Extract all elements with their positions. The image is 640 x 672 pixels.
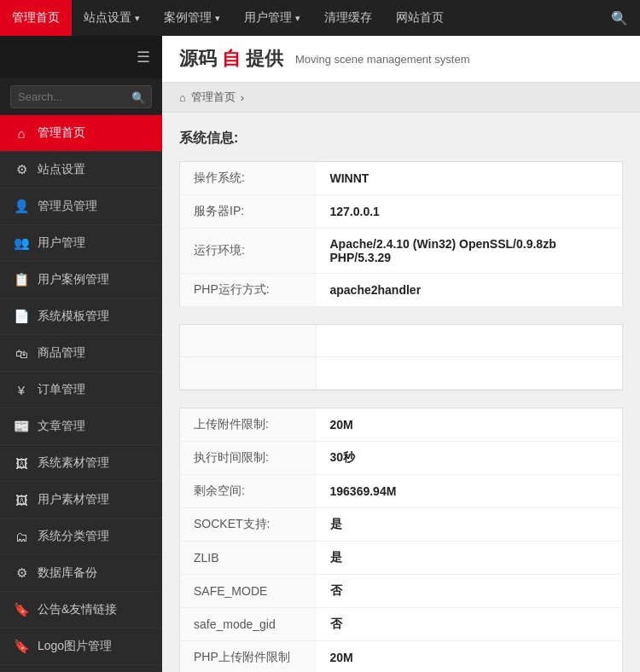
bookmark-icon: 🔖: [14, 639, 29, 654]
template-icon: 📄: [14, 309, 29, 324]
database-icon: ⚙: [14, 565, 29, 581]
table-row: SOCKET支持:是: [180, 508, 623, 542]
empty-row: [180, 325, 622, 357]
order-icon: ¥: [14, 383, 29, 397]
clipboard-icon: 📋: [14, 272, 29, 287]
chevron-down-icon: ▾: [135, 13, 140, 24]
sidebar-item-admin-home[interactable]: ⌂ 管理首页: [0, 115, 162, 152]
table-row: 执行时间限制:30秒: [180, 442, 623, 475]
sidebar-item-notice-links[interactable]: 🔖 公告&友情链接: [0, 592, 162, 629]
system-info-table-2: 上传附件限制:20M执行时间限制:30秒剩余空间:196369.94MSOCKE…: [179, 408, 623, 672]
table-row: 剩余空间:196369.94M: [180, 475, 623, 508]
nav-item-case-mgmt[interactable]: 案例管理 ▾: [152, 0, 232, 36]
image-icon: 🖼: [14, 456, 29, 471]
sidebar-item-category-mgmt[interactable]: 🗂 系统分类管理: [0, 518, 162, 555]
sidebar-item-user-assets-mgmt[interactable]: 🖼 用户素材管理: [0, 482, 162, 518]
article-icon: 📰: [14, 419, 29, 434]
content-header: 源码 自 提供 Moving scene management system: [162, 36, 640, 83]
users-icon: 👥: [14, 235, 29, 251]
table-row: ZLIB是: [180, 542, 623, 575]
main-content: 源码 自 提供 Moving scene management system ⌂…: [162, 36, 640, 672]
user-icon: 👤: [14, 199, 29, 214]
table-row: SAFE_MODE否: [180, 575, 623, 608]
sidebar-item-logo-mgmt[interactable]: 🔖 Logo图片管理: [0, 629, 162, 665]
empty-row: [180, 357, 622, 390]
gear-icon: ⚙: [14, 162, 29, 177]
top-navigation: 管理首页 站点设置 ▾ 案例管理 ▾ 用户管理 ▾ 清理缓存 网站首页 🔍: [0, 0, 640, 36]
nav-item-home[interactable]: 管理首页: [0, 0, 72, 36]
home-icon: ⌂: [14, 126, 29, 141]
chevron-down-icon: ▾: [295, 13, 300, 24]
table-row: 上传附件限制:20M: [180, 408, 623, 442]
sidebar-item-template-mgmt[interactable]: 📄 系统模板管理: [0, 298, 162, 335]
image-icon: 🖼: [14, 493, 29, 507]
sidebar-item-order-mgmt[interactable]: ¥ 订单管理: [0, 372, 162, 408]
nav-item-site-settings[interactable]: 站点设置 ▾: [72, 0, 152, 36]
search-icon[interactable]: 🔍: [599, 10, 640, 26]
sidebar-header: ☰: [0, 36, 162, 78]
table-row: safe_mode_gid否: [180, 608, 623, 641]
home-icon: ⌂: [179, 91, 186, 104]
sidebar: ☰ 🔍 ⌂ 管理首页 ⚙ 站点设置 👤 管理员管理 👥 用户管理 📋 用户案例: [0, 36, 162, 672]
goods-icon: 🛍: [14, 346, 29, 361]
sidebar-item-sys-assets-mgmt[interactable]: 🖼 系统素材管理: [0, 445, 162, 482]
category-icon: 🗂: [14, 530, 29, 544]
breadcrumb: ⌂ 管理首页 ›: [162, 83, 640, 113]
empty-rows-section: [179, 324, 623, 391]
sidebar-item-goods-mgmt[interactable]: 🛍 商品管理: [0, 335, 162, 372]
nav-item-website-home[interactable]: 网站首页: [384, 0, 456, 36]
section-title: 系统信息:: [179, 130, 623, 148]
sidebar-item-site-settings[interactable]: ⚙ 站点设置: [0, 152, 162, 188]
table-row: 运行环境:Apache/2.4.10 (Win32) OpenSSL/0.9.8…: [180, 229, 623, 274]
nav-item-clear-cache[interactable]: 清理缓存: [312, 0, 384, 36]
nav-item-user-mgmt[interactable]: 用户管理 ▾: [232, 0, 312, 36]
main-layout: ☰ 🔍 ⌂ 管理首页 ⚙ 站点设置 👤 管理员管理 👥 用户管理 📋 用户案例: [0, 36, 640, 672]
table-row: PHP上传附件限制20M: [180, 641, 623, 673]
logo-text: 源码 自 提供 Moving scene management system: [179, 46, 623, 72]
sidebar-item-db-backup[interactable]: ⚙ 数据库备份: [0, 555, 162, 592]
chevron-down-icon: ▾: [215, 13, 220, 24]
sidebar-search-container: 🔍: [0, 78, 162, 115]
sidebar-item-admin-mgmt[interactable]: 👤 管理员管理: [0, 188, 162, 225]
search-icon: 🔍: [131, 90, 145, 103]
bookmark-icon: 🔖: [14, 602, 29, 617]
table-row: 服务器IP:127.0.0.1: [180, 195, 623, 229]
system-info-table: 操作系统:WINNT服务器IP:127.0.0.1运行环境:Apache/2.4…: [179, 161, 623, 307]
table-row: 操作系统:WINNT: [180, 162, 623, 195]
sidebar-item-user-case-mgmt[interactable]: 📋 用户案例管理: [0, 262, 162, 298]
sidebar-item-article-mgmt[interactable]: 📰 文章管理: [0, 408, 162, 445]
menu-icon[interactable]: ☰: [137, 48, 150, 67]
sidebar-item-user-mgmt[interactable]: 👥 用户管理: [0, 225, 162, 262]
content-body: 系统信息: 操作系统:WINNT服务器IP:127.0.0.1运行环境:Apac…: [162, 113, 640, 672]
table-row: PHP运行方式:apache2handler: [180, 274, 623, 307]
